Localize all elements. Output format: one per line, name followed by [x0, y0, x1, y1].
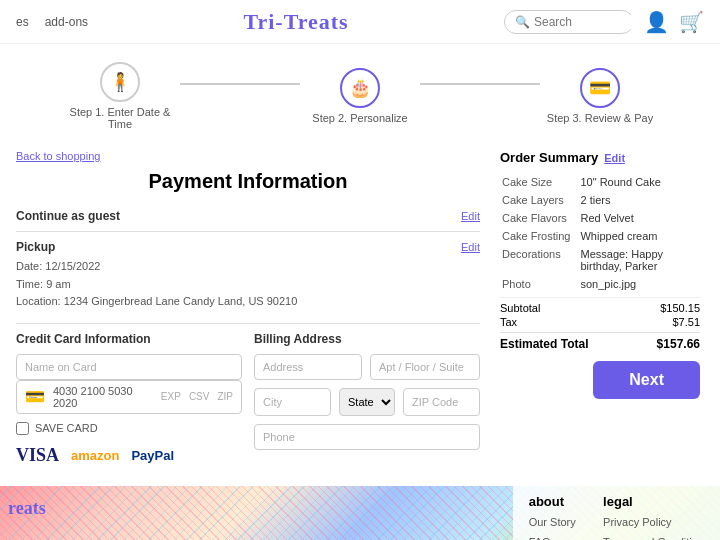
table-row: Decorations Message: Happy birthday, Par… — [500, 245, 700, 275]
table-row: Cake Frosting Whipped cream — [500, 227, 700, 245]
divider-2 — [16, 323, 480, 324]
nav-item-addons[interactable]: add-ons — [45, 15, 88, 29]
table-row: Cake Size 10" Round Cake — [500, 173, 700, 191]
row-label: Cake Flavors — [500, 209, 578, 227]
row-label: Cake Frosting — [500, 227, 578, 245]
footer-link-story[interactable]: Our Story — [529, 513, 583, 533]
billing-section: Billing Address State — [254, 332, 480, 476]
row-value: Message: Happy birthday, Parker — [578, 245, 700, 275]
about-title: about — [529, 494, 583, 509]
footer-links: about Our Story FAQs Ingredients Contact… — [513, 486, 720, 540]
next-button-row: Next — [500, 361, 700, 399]
row-value: son_pic.jpg — [578, 275, 700, 293]
back-to-shopping-link[interactable]: Back to shopping — [16, 150, 480, 162]
state-select[interactable]: State — [339, 388, 395, 416]
footer-legal: legal Privacy Policy Terms and Condition — [603, 494, 704, 540]
billing-title: Billing Address — [254, 332, 480, 346]
pickup-label: Pickup — [16, 240, 55, 254]
credit-card-section: Credit Card Information 💳 4030 2100 5030… — [16, 332, 242, 476]
visa-logo: VISA — [16, 445, 59, 466]
continue-guest-label: Continue as guest — [16, 209, 120, 223]
subtotal-value: $150.15 — [660, 302, 700, 314]
row-value: 2 tiers — [578, 191, 700, 209]
phone-input[interactable] — [254, 424, 480, 450]
form-columns: Credit Card Information 💳 4030 2100 5030… — [16, 332, 480, 476]
order-summary-title: Order Summary — [500, 150, 598, 165]
save-card-checkbox[interactable] — [16, 422, 29, 435]
tax-value: $7.51 — [672, 316, 700, 328]
step-1: 🧍 Step 1. Enter Date & Time — [60, 62, 180, 130]
site-logo: Tri-Tri-TreatsTreats — [243, 9, 348, 35]
city-input[interactable] — [254, 388, 331, 416]
pickup-edit[interactable]: Edit — [461, 241, 480, 253]
footer: reats ⭕ ♪ about Our Story FAQs Ingredien… — [0, 486, 720, 540]
search-box[interactable]: 🔍 — [504, 10, 634, 34]
order-summary-panel: Order Summary Edit Cake Size 10" Round C… — [500, 150, 700, 476]
order-summary-header: Order Summary Edit — [500, 150, 700, 165]
exp-label: EXP — [161, 391, 181, 402]
apt-input[interactable] — [370, 354, 480, 380]
pickup-location: Location: 1234 Gingerbread Lane Candy La… — [16, 293, 480, 311]
total-row: Estimated Total $157.66 — [500, 332, 700, 351]
step-line-1 — [180, 83, 300, 85]
step-3-icon: 💳 — [580, 68, 620, 108]
name-on-card-input[interactable] — [16, 354, 242, 380]
row-label: Cake Layers — [500, 191, 578, 209]
table-row: Photo son_pic.jpg — [500, 275, 700, 293]
amazon-logo: amazon — [71, 448, 119, 463]
nav-item-es[interactable]: es — [16, 15, 29, 29]
divider-1 — [16, 231, 480, 232]
page-title: Payment Information — [16, 170, 480, 193]
step-1-label: Step 1. Enter Date & Time — [60, 106, 180, 130]
summary-divider-1 — [500, 297, 700, 298]
zip-input[interactable] — [403, 388, 480, 416]
legal-title: legal — [603, 494, 704, 509]
step-line-2 — [420, 83, 540, 85]
row-label: Cake Size — [500, 173, 578, 191]
subtotal-row: Subtotal $150.15 — [500, 302, 700, 314]
continue-guest-row: Continue as guest Edit — [16, 209, 480, 223]
row-label: Decorations — [500, 245, 578, 275]
header: es add-ons Tri-Tri-TreatsTreats 🔍 👤 🛒 — [0, 0, 720, 44]
total-label: Estimated Total — [500, 337, 588, 351]
address-input[interactable] — [254, 354, 362, 380]
row-value: Whipped cream — [578, 227, 700, 245]
card-type-icon: 💳 — [25, 387, 45, 406]
paypal-logo: PayPal — [131, 448, 174, 463]
cart-icon[interactable]: 🛒 — [679, 10, 704, 34]
header-nav: es add-ons — [16, 15, 88, 29]
row-label: Photo — [500, 275, 578, 293]
pickup-date: Date: 12/15/2022 — [16, 258, 480, 276]
continue-guest-edit[interactable]: Edit — [461, 210, 480, 222]
tax-row: Tax $7.51 — [500, 316, 700, 328]
step-3-label: Step 3. Review & Pay — [547, 112, 653, 124]
phone-row — [254, 424, 480, 450]
step-2: 🎂 Step 2. Personalize — [300, 68, 420, 124]
total-value: $157.66 — [657, 337, 700, 351]
footer-link-privacy[interactable]: Privacy Policy — [603, 513, 704, 533]
table-row: Cake Flavors Red Velvet — [500, 209, 700, 227]
footer-link-faqs[interactable]: FAQs — [529, 533, 583, 540]
main-content: Back to shopping Payment Information Con… — [0, 140, 720, 486]
card-number: 4030 2100 5030 2020 — [53, 385, 153, 409]
search-input[interactable] — [534, 15, 634, 29]
footer-link-terms[interactable]: Terms and Condition — [603, 533, 704, 540]
step-1-icon: 🧍 — [100, 62, 140, 102]
tax-label: Tax — [500, 316, 517, 328]
next-button[interactable]: Next — [593, 361, 700, 399]
pickup-row: Pickup Edit — [16, 240, 480, 254]
row-value: Red Velvet — [578, 209, 700, 227]
order-table: Cake Size 10" Round Cake Cake Layers 2 t… — [500, 173, 700, 293]
zip-label: ZIP — [217, 391, 233, 402]
table-row: Cake Layers 2 tiers — [500, 191, 700, 209]
step-3: 💳 Step 3. Review & Pay — [540, 68, 660, 124]
order-summary-edit[interactable]: Edit — [604, 152, 625, 164]
card-number-row: 💳 4030 2100 5030 2020 EXP CSV ZIP — [16, 380, 242, 414]
user-icon[interactable]: 👤 — [644, 10, 669, 34]
row-value: 10" Round Cake — [578, 173, 700, 191]
pickup-info: Date: 12/15/2022 Time: 9 am Location: 12… — [16, 258, 480, 311]
subtotal-label: Subtotal — [500, 302, 540, 314]
left-panel: Back to shopping Payment Information Con… — [16, 150, 480, 476]
payment-logos: VISA amazon PayPal — [16, 445, 242, 466]
cc-title: Credit Card Information — [16, 332, 242, 346]
